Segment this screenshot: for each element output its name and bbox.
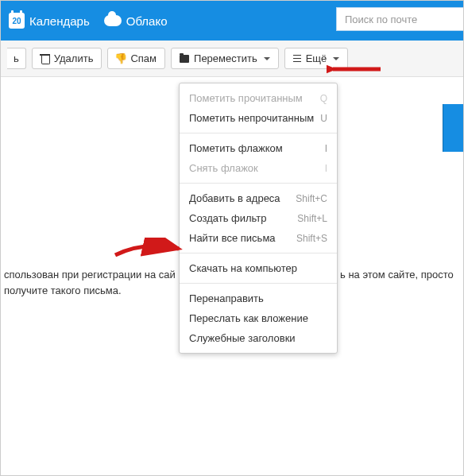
menu-mark-read: Пометить прочитанным Q [180,88,337,108]
menu-label: Пометить флажком [189,142,283,154]
menu-shortcut: I [325,143,327,154]
menu-unflag: Снять флажок I [180,158,337,178]
thumbs-down-icon: 👎 [116,54,126,64]
menu-find-all[interactable]: Найти все письма Shift+S [180,228,337,248]
spam-button[interactable]: 👎 Спам [107,48,165,69]
menu-label: Найти все письма [189,232,276,244]
menu-section: Пометить флажком I Снять флажок I [180,134,337,184]
menu-label: Пометить прочитанным [189,92,303,104]
calendar-icon: 20 [9,13,25,29]
menu-flag[interactable]: Пометить флажком I [180,138,337,158]
menu-section: Добавить в адреса Shift+C Создать фильтр… [180,184,337,253]
trash-icon [41,54,49,64]
body-text-fragment: ь на этом сайте, просто [340,269,454,281]
menu-label: Добавить в адреса [189,192,280,204]
menu-shortcut: Q [320,93,327,104]
search-placeholder: Поиск по почте [345,14,417,25]
menu-section: Скачать на компьютер [180,253,337,284]
menu-headers[interactable]: Служебные заголовки [180,328,337,348]
menu-add-address[interactable]: Добавить в адреса Shift+C [180,188,337,208]
move-label: Переместить [194,52,257,64]
caret-down-icon [264,57,270,60]
reply-button-fragment[interactable]: ь [7,48,26,69]
menu-shortcut: Shift+S [296,233,327,244]
menu-label: Переслать как вложение [189,312,308,324]
move-button[interactable]: Переместить [171,48,279,69]
delete-button[interactable]: Удалить [32,48,102,69]
menu-label: Перенаправить [189,292,264,304]
menu-create-filter[interactable]: Создать фильтр Shift+L [180,208,337,228]
menu-forward-attachment[interactable]: Переслать как вложение [180,308,337,328]
nav-cloud[interactable]: Облако [104,14,168,28]
more-dropdown: Пометить прочитанным Q Пометить непрочит… [179,83,338,354]
annotation-arrow-icon [327,60,382,79]
menu-mark-unread[interactable]: Пометить непрочитанным U [180,108,337,128]
more-label: Ещё [306,52,327,64]
nav-calendar-label: Календарь [29,14,90,28]
body-text-fragment: спользован при регистрации на сай [4,269,176,281]
delete-label: Удалить [54,52,94,64]
side-banner [443,104,463,152]
top-bar: 20 Календарь Облако Поиск по почте [1,1,463,41]
hamburger-icon [293,55,301,62]
menu-label: Создать фильтр [189,212,267,224]
menu-shortcut: Shift+L [297,213,327,224]
folder-icon [180,55,189,63]
menu-shortcut: U [320,113,327,124]
menu-label: Скачать на компьютер [189,262,297,274]
nav-cloud-label: Облако [126,14,168,28]
nav-calendar[interactable]: 20 Календарь [9,13,90,29]
menu-redirect[interactable]: Перенаправить [180,288,337,308]
toolbar: ь Удалить 👎 Спам Переместить Ещё [1,41,463,77]
menu-download[interactable]: Скачать на компьютер [180,258,337,278]
menu-shortcut: I [325,163,327,174]
search-input[interactable]: Поиск по почте [336,7,463,31]
menu-label: Служебные заголовки [189,332,296,344]
body-text-fragment: получите такого письма. [4,284,122,296]
annotation-arrow-icon [112,238,184,260]
menu-section: Перенаправить Переслать как вложение Слу… [180,284,337,353]
menu-label: Снять флажок [189,162,258,174]
menu-label: Пометить непрочитанным [189,112,314,124]
menu-section: Пометить прочитанным Q Пометить непрочит… [180,83,337,134]
reply-fragment-label: ь [14,52,19,64]
menu-shortcut: Shift+C [296,193,327,204]
spam-label: Спам [130,52,157,64]
cloud-icon [104,15,122,26]
